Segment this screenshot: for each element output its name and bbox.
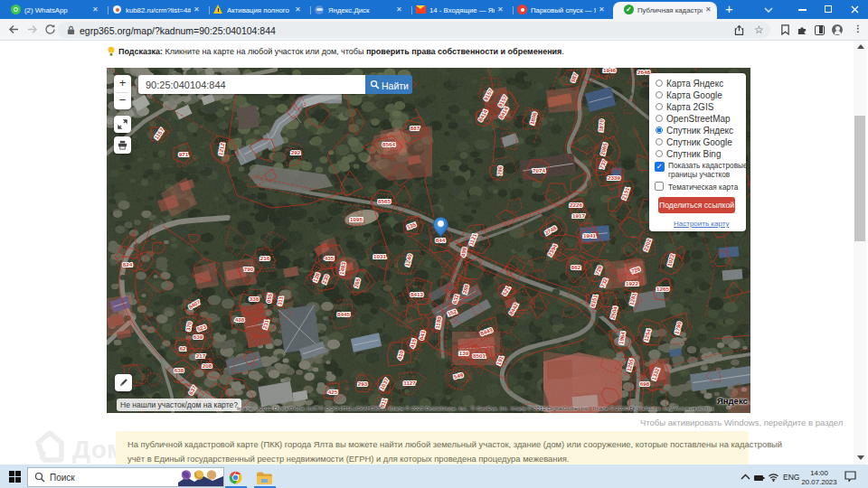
svg-text:7074: 7074	[533, 167, 545, 174]
svg-text:2648: 2648	[637, 69, 650, 75]
svg-text:1870: 1870	[598, 118, 605, 132]
svg-text:293: 293	[358, 380, 368, 387]
svg-text:1946: 1946	[603, 68, 616, 73]
svg-text:824: 824	[123, 261, 133, 267]
svg-text:1095: 1095	[350, 216, 363, 222]
svg-text:971: 971	[179, 151, 189, 157]
svg-text:8564: 8564	[382, 141, 395, 147]
svg-text:844: 844	[436, 237, 446, 243]
svg-text:62: 62	[180, 345, 186, 352]
svg-text:208: 208	[203, 362, 212, 369]
svg-text:790: 790	[244, 266, 254, 272]
svg-text:1922: 1922	[626, 280, 638, 286]
svg-text:139: 139	[459, 350, 469, 356]
svg-text:217: 217	[196, 352, 206, 359]
svg-text:435: 435	[325, 255, 335, 261]
svg-text:8445: 8445	[337, 311, 350, 317]
svg-text:2226: 2226	[570, 202, 582, 208]
svg-text:8565: 8565	[378, 198, 391, 204]
svg-text:1031: 1031	[373, 253, 386, 259]
svg-text:1265: 1265	[656, 286, 669, 292]
svg-text:8413: 8413	[410, 291, 423, 297]
svg-text:425: 425	[328, 389, 338, 395]
svg-text:1917: 1917	[572, 212, 585, 219]
svg-text:8501: 8501	[473, 352, 486, 359]
svg-text:438: 438	[235, 316, 245, 323]
svg-text:887: 887	[410, 125, 420, 131]
svg-text:639: 639	[193, 333, 203, 340]
svg-text:1127: 1127	[403, 380, 416, 386]
svg-text:216: 216	[260, 255, 270, 261]
svg-text:862: 862	[571, 264, 581, 270]
svg-text:638: 638	[175, 367, 184, 373]
svg-text:1941: 1941	[583, 232, 596, 239]
svg-text:2339: 2339	[608, 174, 620, 181]
svg-text:796: 796	[496, 165, 504, 175]
svg-text:698: 698	[640, 380, 650, 387]
svg-text:338: 338	[250, 296, 259, 302]
svg-text:292: 292	[291, 149, 301, 155]
